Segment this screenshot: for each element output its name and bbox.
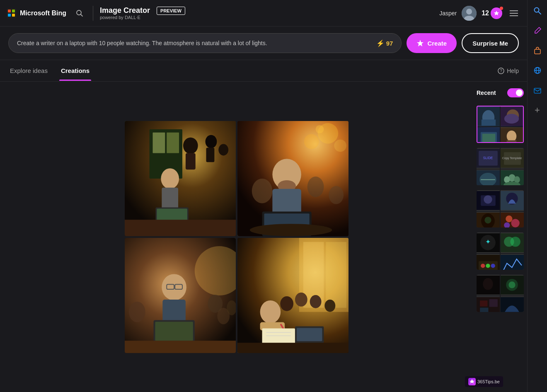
tabs-left: Explore ideas Creations xyxy=(8,60,91,81)
thumbnail-group-1[interactable] xyxy=(477,106,524,143)
search-area: ⚡ 97 Create Surprise Me xyxy=(0,27,527,60)
svg-point-34 xyxy=(316,125,324,133)
svg-rect-1 xyxy=(8,10,11,12)
svg-point-43 xyxy=(250,224,332,236)
thumbnail-5c xyxy=(477,296,500,312)
svg-rect-74 xyxy=(237,343,349,353)
coin-icon xyxy=(491,7,502,19)
svg-point-62 xyxy=(280,296,293,311)
user-avatar[interactable] xyxy=(462,6,477,21)
thumbnail-3a xyxy=(477,190,500,211)
svg-point-66 xyxy=(260,300,281,323)
thumbnail-3c xyxy=(477,212,500,227)
svg-rect-73 xyxy=(297,328,322,341)
svg-point-32 xyxy=(304,134,319,149)
sidebar-add-icon[interactable]: + xyxy=(532,104,543,116)
thumbnail-2d xyxy=(501,169,524,185)
coins-count: 12 xyxy=(482,10,489,17)
boost-count: 97 xyxy=(386,40,393,47)
svg-point-123 xyxy=(491,264,495,268)
create-label: Create xyxy=(427,40,447,47)
svg-point-46 xyxy=(129,301,145,322)
svg-point-122 xyxy=(486,264,490,268)
svg-rect-29 xyxy=(125,220,236,236)
thumbnail-4c xyxy=(477,254,500,270)
thumbnail-1b xyxy=(501,106,523,126)
svg-line-6 xyxy=(81,14,83,16)
svg-rect-2 xyxy=(12,10,15,12)
svg-point-108 xyxy=(484,217,491,223)
svg-rect-133 xyxy=(480,307,488,312)
sidebar-bag-icon[interactable] xyxy=(532,45,543,56)
recent-header: Recent xyxy=(477,88,524,97)
help-button[interactable]: ? Help xyxy=(498,68,519,74)
hamburger-button[interactable] xyxy=(507,7,520,20)
navbar-right: Jasper 12 xyxy=(439,6,520,21)
create-button[interactable]: Create xyxy=(407,33,457,53)
thumbnail-3d xyxy=(501,212,524,227)
svg-rect-61 xyxy=(326,242,346,307)
svg-point-118 xyxy=(510,237,520,247)
thumbnail-1a xyxy=(477,106,500,126)
thumbnail-4d xyxy=(501,254,524,270)
right-sidebar: + xyxy=(527,0,547,392)
watermark-icon xyxy=(468,378,476,385)
search-input[interactable] xyxy=(17,40,371,46)
thumbnail-2c xyxy=(477,169,500,185)
generated-image-2[interactable] xyxy=(237,121,349,236)
svg-rect-22 xyxy=(206,148,215,162)
svg-rect-4 xyxy=(12,14,15,17)
watermark-text: 365Tips.be xyxy=(477,379,500,384)
coins-badge[interactable]: 12 xyxy=(482,7,502,19)
images-grid xyxy=(125,121,349,353)
thumbnail-group-4[interactable]: ✦ xyxy=(477,232,524,270)
sidebar-globe-icon[interactable] xyxy=(532,65,543,76)
tab-explore[interactable]: Explore ideas xyxy=(8,60,49,81)
thumbnail-group-2[interactable]: SLIDE Copy Template xyxy=(477,148,524,185)
thumbnail-5a xyxy=(477,275,500,295)
svg-point-85 xyxy=(507,131,517,142)
svg-rect-3 xyxy=(8,14,11,17)
svg-point-24 xyxy=(161,168,179,189)
svg-point-23 xyxy=(218,144,228,155)
surprise-label: Surprise Me xyxy=(472,40,508,47)
bing-title: Microsoft Bing xyxy=(20,10,66,17)
content-main: Recent xyxy=(0,82,527,392)
navbar-divider xyxy=(93,6,93,21)
sidebar-mail-icon[interactable] xyxy=(532,85,543,96)
svg-rect-83 xyxy=(482,134,495,143)
svg-rect-132 xyxy=(489,299,498,307)
svg-point-103 xyxy=(484,195,492,203)
generated-image-4[interactable] xyxy=(237,238,349,353)
surprise-button[interactable]: Surprise Me xyxy=(462,33,519,53)
svg-point-110 xyxy=(506,215,512,222)
sidebar-pen-icon[interactable] xyxy=(532,25,543,36)
right-panel: Recent xyxy=(473,82,527,392)
svg-rect-18 xyxy=(167,132,179,153)
tab-creations[interactable]: Creations xyxy=(59,60,91,81)
generated-image-3[interactable] xyxy=(125,238,236,353)
navbar-search-button[interactable] xyxy=(73,7,86,20)
thumbnail-5b xyxy=(501,275,524,295)
content-area: Recent xyxy=(0,82,527,392)
watermark: 365Tips.be xyxy=(465,376,503,387)
thumbnail-1c xyxy=(477,127,500,143)
thumbnail-group-5[interactable] xyxy=(477,275,524,312)
recent-toggle[interactable] xyxy=(507,88,524,97)
recent-label: Recent xyxy=(477,90,496,96)
svg-text:SLIDE: SLIDE xyxy=(483,156,493,160)
generated-image-1[interactable] xyxy=(125,121,236,236)
thumbnail-5d xyxy=(501,296,524,312)
svg-point-129 xyxy=(508,281,515,288)
brand-section: Image Creator PREVIEW powered by DALL·E xyxy=(100,6,185,20)
svg-point-121 xyxy=(481,264,485,268)
thumbnail-group-3[interactable] xyxy=(477,190,524,227)
bing-logo[interactable]: Microsoft Bing xyxy=(7,8,66,18)
svg-rect-56 xyxy=(155,322,193,341)
svg-rect-17 xyxy=(152,132,165,153)
sidebar-search-icon[interactable] xyxy=(532,5,543,17)
boost-badge[interactable]: ⚡ 97 xyxy=(376,39,393,47)
user-name: Jasper xyxy=(439,10,457,17)
thumbnail-4b xyxy=(501,232,524,253)
svg-point-19 xyxy=(183,137,198,154)
